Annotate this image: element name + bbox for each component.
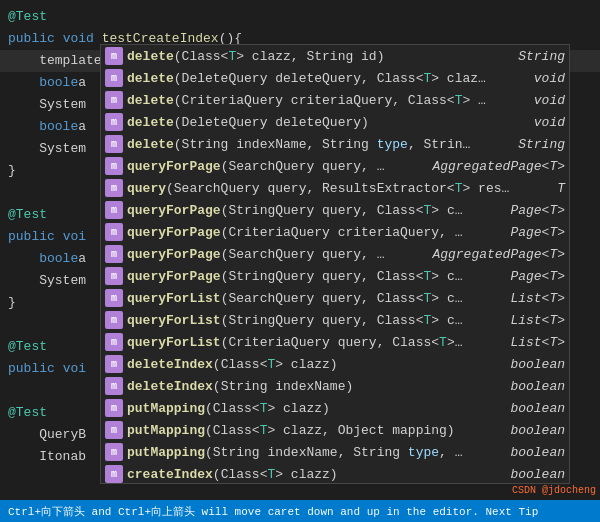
ac-item-queryforlist-1[interactable]: m queryForList (SearchQuery query, Class… xyxy=(101,287,569,309)
ac-item-queryforlist-3[interactable]: m queryForList (CriteriaQuery query, Cla… xyxy=(101,331,569,353)
method-icon: m xyxy=(105,91,123,109)
method-icon: m xyxy=(105,267,123,285)
footer-text: Ctrl+向下箭头 and Ctrl+向上箭头 will move caret … xyxy=(8,504,538,519)
ac-item-deleteindex-1[interactable]: m deleteIndex (Class<T> clazz) boolean xyxy=(101,353,569,375)
method-icon: m xyxy=(105,201,123,219)
ac-item-putmapping-3[interactable]: m putMapping (String indexName, String t… xyxy=(101,441,569,463)
ac-item-deleteindex-2[interactable]: m deleteIndex (String indexName) boolean xyxy=(101,375,569,397)
method-icon: m xyxy=(105,443,123,461)
method-icon: m xyxy=(105,113,123,131)
ac-item-queryforlist-2[interactable]: m queryForList (StringQuery query, Class… xyxy=(101,309,569,331)
ac-item-queryforpage-5[interactable]: m queryForPage (StringQuery query, Class… xyxy=(101,265,569,287)
method-icon: m xyxy=(105,289,123,307)
ac-item-queryforpage-4[interactable]: m queryForPage (SearchQuery query, … Agg… xyxy=(101,243,569,265)
ac-item-delete-1[interactable]: m delete (Class<T> clazz, String id) Str… xyxy=(101,45,569,67)
autocomplete-dropdown[interactable]: m delete (Class<T> clazz, String id) Str… xyxy=(100,44,570,484)
ac-item-delete-4[interactable]: m delete (DeleteQuery deleteQuery) void xyxy=(101,111,569,133)
watermark: CSDN @jdocheng xyxy=(512,485,596,496)
method-icon: m xyxy=(105,135,123,153)
ac-item-queryforpage-1[interactable]: m queryForPage (SearchQuery query, … Agg… xyxy=(101,155,569,177)
keyword-public: public xyxy=(8,29,55,49)
ac-item-query-1[interactable]: m query (SearchQuery query, ResultsExtra… xyxy=(101,177,569,199)
code-line: @Test xyxy=(0,6,600,28)
annotation-tag: @Test xyxy=(8,7,47,27)
method-icon: m xyxy=(105,355,123,373)
keyword-void: void xyxy=(63,29,94,49)
method-icon: m xyxy=(105,399,123,417)
footer-bar: Ctrl+向下箭头 and Ctrl+向上箭头 will move caret … xyxy=(0,500,600,522)
method-icon: m xyxy=(105,421,123,439)
method-icon: m xyxy=(105,245,123,263)
method-icon: m xyxy=(105,377,123,395)
method-icon: m xyxy=(105,69,123,87)
method-icon: m xyxy=(105,47,123,65)
template-word: template xyxy=(39,51,101,71)
method-icon: m xyxy=(105,333,123,351)
method-icon: m xyxy=(105,465,123,483)
ac-item-putmapping-2[interactable]: m putMapping (Class<T> clazz, Object map… xyxy=(101,419,569,441)
method-icon: m xyxy=(105,223,123,241)
ac-item-delete-2[interactable]: m delete (DeleteQuery deleteQuery, Class… xyxy=(101,67,569,89)
method-icon: m xyxy=(105,311,123,329)
ac-item-queryforpage-2[interactable]: m queryForPage (StringQuery query, Class… xyxy=(101,199,569,221)
ac-item-queryforpage-3[interactable]: m queryForPage (CriteriaQuery criteriaQu… xyxy=(101,221,569,243)
method-icon: m xyxy=(105,157,123,175)
ac-item-createindex-1[interactable]: m createIndex (Class<T> clazz) boolean xyxy=(101,463,569,484)
method-icon: m xyxy=(105,179,123,197)
ac-item-delete-5[interactable]: m delete (String indexName, String type,… xyxy=(101,133,569,155)
ac-item-delete-3[interactable]: m delete (CriteriaQuery criteriaQuery, C… xyxy=(101,89,569,111)
ac-item-putmapping-1[interactable]: m putMapping (Class<T> clazz) boolean xyxy=(101,397,569,419)
